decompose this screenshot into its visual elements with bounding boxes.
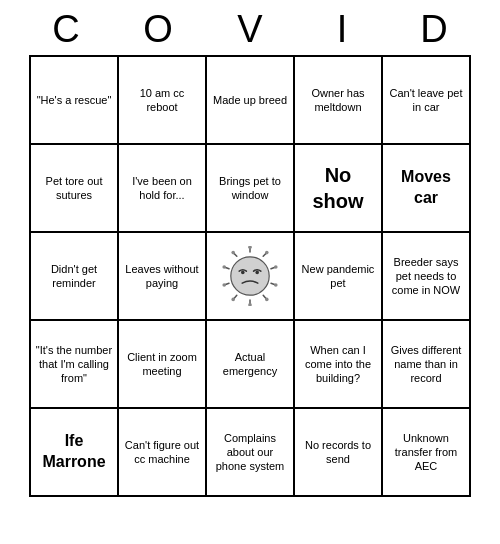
svg-point-19 [231,251,235,255]
bingo-cell-r3c1: Client in zoom meeting [119,321,207,409]
bingo-cell-r2c3: New pandemic pet [295,233,383,321]
bingo-cell-r1c2: Brings pet to window [207,145,295,233]
letter-o: O [118,8,198,51]
bingo-cell-r1c3: No show [295,145,383,233]
bingo-title: C O V I D [20,0,480,55]
bingo-cell-r4c0: Ife Marrone [31,409,119,497]
bingo-cell-r2c4: Breeder says pet needs to come in NOW [383,233,471,321]
letter-c: C [26,8,106,51]
svg-point-21 [241,271,245,275]
bingo-cell-r2c0: Didn't get reminder [31,233,119,321]
bingo-cell-r1c4: Moves car [383,145,471,233]
svg-point-17 [222,283,226,287]
bingo-cell-r4c3: No records to send [295,409,383,497]
bingo-cell-r0c0: "He's a rescue" [31,57,119,145]
bingo-cell-r0c1: 10 am cc reboot [119,57,207,145]
bingo-cell-r1c1: I've been on hold for... [119,145,207,233]
svg-point-15 [248,303,252,306]
bingo-cell-r4c1: Can't figure out cc machine [119,409,207,497]
bingo-cell-r0c3: Owner has meltdown [295,57,383,145]
bingo-cell-r3c0: "It's the number that I'm calling from" [31,321,119,409]
svg-point-11 [265,251,269,255]
svg-point-14 [265,298,269,302]
bingo-cell-r3c2: Actual emergency [207,321,295,409]
bingo-cell-r0c2: Made up breed [207,57,295,145]
bingo-cell-r2c1: Leaves without paying [119,233,207,321]
letter-v: V [210,8,290,51]
svg-point-20 [231,257,269,295]
svg-point-13 [274,283,278,287]
letter-i: I [302,8,382,51]
bingo-cell-r3c4: Gives different name than in record [383,321,471,409]
bingo-cell-r2c2 [207,233,295,321]
bingo-grid: "He's a rescue"10 am cc rebootMade up br… [29,55,471,497]
svg-point-18 [222,265,226,269]
letter-d: D [394,8,474,51]
bingo-cell-r0c4: Can't leave pet in car [383,57,471,145]
bingo-cell-r1c0: Pet tore out sutures [31,145,119,233]
svg-point-16 [231,298,235,302]
svg-point-12 [274,265,278,269]
bingo-cell-r3c3: When can I come into the building? [295,321,383,409]
bingo-cell-r4c2: Complains about our phone system [207,409,295,497]
svg-point-10 [248,246,252,249]
bingo-cell-r4c4: Unknown transfer from AEC [383,409,471,497]
svg-point-22 [255,271,259,275]
